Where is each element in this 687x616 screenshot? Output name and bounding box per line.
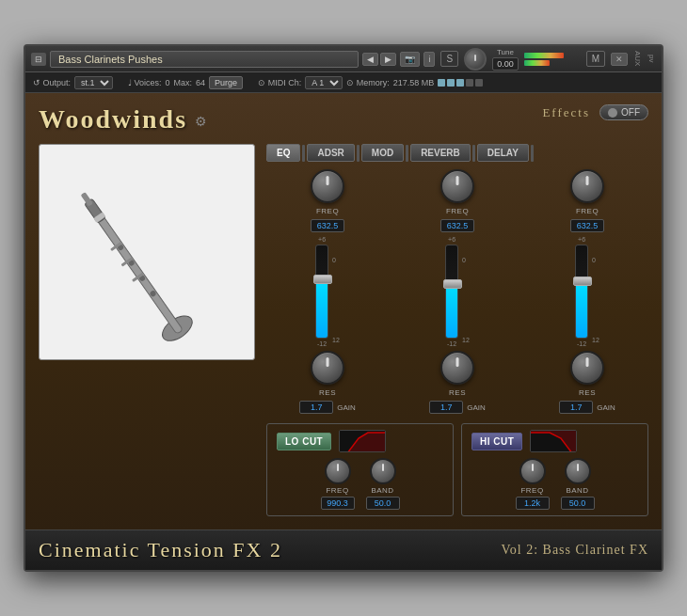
minus12-label-3: -12 <box>577 340 586 347</box>
res-value-1: 1.7 <box>299 401 333 414</box>
res-value-2: 1.7 <box>429 401 463 414</box>
fader-handle-3[interactable] <box>573 276 592 286</box>
midi-select[interactable]: A 1 <box>305 76 343 89</box>
lo-cut-band-knob[interactable] <box>370 458 396 484</box>
freq-value-2: 632.5 <box>440 219 474 232</box>
lo-cut-knob-row: FREQ 990.3 BAND 50.0 <box>321 458 400 510</box>
fader-fill-2 <box>446 287 457 338</box>
freq-value-1: 632.5 <box>311 219 344 232</box>
eq-res-knob-3[interactable] <box>570 351 604 385</box>
level-meters <box>524 53 581 66</box>
hi-cut-header: HI CUT <box>471 430 638 452</box>
lo-cut-display <box>339 430 386 452</box>
lo-cut-freq-param: FREQ 990.3 <box>321 458 355 510</box>
eq-res-knob-1[interactable] <box>311 351 344 385</box>
off-label: OFF <box>621 107 640 118</box>
hi-cut-freq-value: 1.2k <box>516 497 550 510</box>
lo-cut-freq-label: FREQ <box>326 486 348 495</box>
lo-cut-freq-knob[interactable] <box>325 458 351 484</box>
hi-cut-display <box>530 430 577 452</box>
bottom-title-bar: Cinematic Tension FX 2 Vol 2: Bass Clari… <box>25 529 662 570</box>
tab-sep-4 <box>472 145 475 162</box>
hi-cut-button[interactable]: HI CUT <box>471 433 522 450</box>
gain-row-1: 1.7 GAIN <box>299 401 356 414</box>
instrument-title: Woodwinds <box>39 104 187 134</box>
next-preset-button[interactable]: ▶ <box>380 53 396 66</box>
eq-section: FREQ 632.5 +6 -12 <box>266 169 648 414</box>
s-button[interactable]: S <box>440 51 458 67</box>
tab-reverb[interactable]: REVERB <box>410 144 471 162</box>
zero-label-1: 0 <box>332 257 340 263</box>
lo-cut-button[interactable]: LO CUT <box>277 433 331 450</box>
fader-handle-2[interactable] <box>443 279 462 289</box>
meter-bar-l <box>524 53 564 58</box>
zero-label-2: 0 <box>462 257 470 263</box>
voices-section: ♩ Voices: 0 Max: 64 Purge <box>128 76 243 89</box>
hi-cut-band-param: BAND 50.0 <box>561 458 595 510</box>
hi-cut-freq-knob[interactable] <box>519 458 546 484</box>
fader-container-1: +6 -12 0 12 <box>315 236 340 347</box>
res-label-3: RES <box>579 388 596 397</box>
lo-cut-freq-value: 990.3 <box>321 497 355 510</box>
fader-track-2[interactable] <box>445 245 458 339</box>
eq-freq-knob-3[interactable] <box>570 169 604 203</box>
fader-track-1[interactable] <box>315 245 328 339</box>
plus6-label-2: +6 <box>448 236 455 243</box>
tab-sep-1 <box>302 145 305 162</box>
tab-adsr[interactable]: ADSR <box>307 144 354 162</box>
tab-sep-2 <box>357 145 359 162</box>
memory-label: ⊙ Memory: <box>346 78 390 87</box>
prev-preset-button[interactable]: ◀ <box>362 53 378 66</box>
res-label-2: RES <box>449 388 466 397</box>
plugin-window: ⊟ Bass Clarinets Pushes ◀ ▶ 📷 i S Tune 0… <box>24 44 663 572</box>
eq-res-knob-2[interactable] <box>440 351 474 385</box>
pv-label: pv <box>647 55 656 62</box>
lo-cut-band-label: BAND <box>371 486 393 495</box>
lo-cut-band-value: 50.0 <box>366 497 400 510</box>
tab-delay[interactable]: DELAY <box>477 144 529 162</box>
info-button[interactable]: i <box>423 52 435 67</box>
tune-knob[interactable] <box>464 48 487 71</box>
hi-cut-band-knob[interactable] <box>565 458 591 484</box>
memory-value: 217.58 MB <box>393 78 435 87</box>
title-bar-left: ⊟ Bass Clarinets Pushes ◀ ▶ 📷 i <box>31 51 435 68</box>
lo-cut-block: LO CUT <box>266 423 454 516</box>
res-value-3: 1.7 <box>559 401 593 414</box>
freq-value-3: 632.5 <box>570 219 604 232</box>
output-label: ↺ Output: <box>33 78 71 87</box>
fader-fill-3 <box>576 284 587 338</box>
gain-label-1: GAIN <box>337 403 356 412</box>
twelve-label-2: 12 <box>462 337 470 343</box>
eq-band-3: FREQ 632.5 +6 -12 <box>526 169 648 414</box>
memory-bar <box>438 79 483 87</box>
settings-icon[interactable]: ⚙ <box>195 114 207 129</box>
purge-button[interactable]: Purge <box>209 76 243 89</box>
close-button[interactable]: ✕ <box>611 53 628 66</box>
memory-section: ⊙ MIDI Ch: A 1 ⊙ Memory: 217.58 MB <box>258 76 483 89</box>
m-button[interactable]: M <box>586 51 605 67</box>
eq-band-1: FREQ 632.5 +6 -12 <box>266 169 389 414</box>
preset-name: Bass Clarinets Pushes <box>50 51 359 68</box>
camera-button[interactable]: 📷 <box>400 52 420 67</box>
output-select[interactable]: st.1 <box>74 76 113 89</box>
fader-handle-1[interactable] <box>313 275 332 284</box>
twelve-label-1: 12 <box>332 337 340 343</box>
clarinet-svg <box>62 153 232 351</box>
twelve-label-3: 12 <box>592 337 599 343</box>
fader-fill-1 <box>316 282 328 338</box>
instrument-image <box>39 144 255 360</box>
fader-track-3[interactable] <box>575 245 588 339</box>
filter-section: LO CUT <box>266 423 648 516</box>
eq-freq-knob-1[interactable] <box>311 169 344 203</box>
hi-cut-freq-param: FREQ 1.2k <box>516 458 550 510</box>
eq-freq-knob-2[interactable] <box>440 169 474 203</box>
zero-label-3: 0 <box>592 257 599 263</box>
plus6-label-1: +6 <box>318 236 326 243</box>
midi-label: ⊙ MIDI Ch: <box>258 78 301 87</box>
off-toggle[interactable]: OFF <box>599 104 648 120</box>
tune-section: Tune 0.00 <box>492 48 519 71</box>
tab-mod[interactable]: MOD <box>361 144 404 162</box>
tab-eq[interactable]: EQ <box>266 144 300 162</box>
meter-bar-r <box>524 60 550 66</box>
hi-cut-block: HI CUT <box>461 423 648 516</box>
